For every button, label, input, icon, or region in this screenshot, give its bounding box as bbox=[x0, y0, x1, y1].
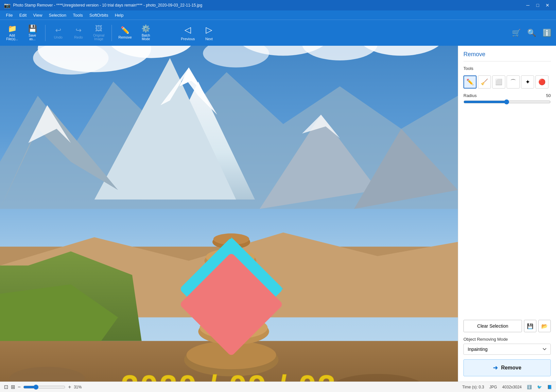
mode-select[interactable]: InpaintingContent-Aware FillColor Propag… bbox=[463, 344, 551, 355]
cart-icon[interactable]: 🛒 bbox=[510, 27, 523, 39]
info-icon[interactable]: ℹ️ bbox=[527, 385, 532, 389]
radius-label: Radius bbox=[463, 93, 477, 98]
batch-mode-button[interactable]: ⚙️ Batch Mode bbox=[136, 22, 155, 44]
menu-help[interactable]: Help bbox=[112, 11, 127, 19]
menu-selection[interactable]: Selection bbox=[45, 11, 69, 19]
mode-section-label: Object Removing Mode bbox=[463, 337, 551, 342]
radius-value: 50 bbox=[546, 93, 551, 98]
menu-file[interactable]: File bbox=[3, 11, 16, 19]
status-info: Time (s): 0.3 JPG 4032x3024 ℹ️ 🐦 📘 bbox=[462, 385, 552, 389]
brush-tool-button[interactable]: ✏️ bbox=[463, 75, 477, 89]
next-label: Next bbox=[205, 37, 213, 41]
canvas-area[interactable]: 2020 / 09 / 03 2020 / 09 / 03 bbox=[0, 46, 458, 382]
lasso-select-button[interactable]: ⌒ bbox=[507, 75, 520, 89]
svg-text:2020 / 09 / 03: 2020 / 09 / 03 bbox=[121, 368, 337, 382]
remove-button-label: Remove bbox=[501, 365, 521, 371]
stamp-button[interactable]: 🔴 bbox=[535, 75, 548, 89]
actual-size-button[interactable]: ⊞ bbox=[11, 384, 15, 390]
add-files-icon: 📁 bbox=[8, 25, 17, 32]
facebook-icon[interactable]: 📘 bbox=[547, 385, 552, 389]
menu-edit[interactable]: Edit bbox=[16, 11, 30, 19]
original-image-label: Original Image bbox=[93, 34, 104, 41]
search-icon[interactable]: 🔍 bbox=[525, 27, 538, 39]
batch-mode-icon: ⚙️ bbox=[141, 25, 150, 32]
info-icon[interactable]: ℹ️ bbox=[541, 27, 553, 39]
toolbar-separator-1 bbox=[45, 25, 45, 41]
time-info: Time (s): 0.3 bbox=[462, 385, 484, 389]
next-icon: ▷ bbox=[206, 25, 212, 35]
save-as-icon: 💾 bbox=[28, 25, 37, 32]
window-title: Photo Stamp Remover - ****Unregistered v… bbox=[13, 3, 202, 8]
status-bar: ⊡ ⊞ − + 31% Time (s): 0.3 JPG 4032x3024 … bbox=[0, 382, 556, 392]
batch-mode-label: Batch Mode bbox=[142, 34, 150, 41]
next-nav[interactable]: ▷ Next bbox=[201, 23, 217, 43]
zoom-level: 31% bbox=[74, 385, 82, 389]
eraser-tool-button[interactable]: 🧹 bbox=[478, 75, 491, 89]
original-image-button[interactable]: 🖼 Original Image bbox=[89, 22, 108, 44]
maximize-button[interactable]: □ bbox=[533, 1, 542, 10]
clear-selection-button[interactable]: Clear Selection bbox=[463, 320, 522, 332]
menu-bar: File Edit View Selection Tools SoftOrbit… bbox=[0, 10, 556, 20]
dimensions-info: 4032x3024 bbox=[502, 385, 522, 389]
redo-label: Redo bbox=[74, 35, 83, 39]
fit-to-window-button[interactable]: ⊡ bbox=[4, 384, 8, 390]
menu-view[interactable]: View bbox=[30, 11, 45, 19]
menu-softorbits[interactable]: SoftOrbits bbox=[86, 11, 112, 19]
original-image-icon: 🖼 bbox=[95, 25, 102, 32]
remove-tool-icon: ✏️ bbox=[121, 27, 130, 34]
remove-toolbar-button[interactable]: ✏️ Remove bbox=[115, 22, 135, 44]
save-selection-button[interactable]: 💾 bbox=[524, 320, 536, 332]
title-bar: 📷 Photo Stamp Remover - ****Unregistered… bbox=[0, 0, 556, 10]
format-info: JPG bbox=[489, 385, 497, 389]
undo-label: Undo bbox=[54, 35, 62, 39]
minimize-button[interactable]: ─ bbox=[523, 1, 532, 10]
redo-button[interactable]: ↪ Redo bbox=[69, 22, 88, 44]
mode-section: Object Removing Mode InpaintingContent-A… bbox=[463, 337, 551, 355]
zoom-controls: ⊡ ⊞ − + 31% bbox=[4, 384, 82, 390]
undo-button[interactable]: ↩ Undo bbox=[49, 22, 68, 44]
previous-label: Previous bbox=[181, 37, 195, 41]
tools-row: ✏️ 🧹 ⬜ ⌒ ✦ 🔴 bbox=[463, 75, 551, 89]
selection-row: Clear Selection 💾 📂 bbox=[463, 320, 551, 332]
remove-arrow-icon: ➜ bbox=[493, 364, 498, 371]
main-content: 2020 / 09 / 03 2020 / 09 / 03 Remove Too… bbox=[0, 46, 556, 382]
tools-section-label: Tools bbox=[463, 66, 551, 71]
toolbar: 📁 Add File(s)... 💾 Save as... ↩ Undo ↪ R… bbox=[0, 20, 556, 46]
remove-toolbar-label: Remove bbox=[118, 35, 132, 39]
previous-nav[interactable]: ◁ Previous bbox=[176, 23, 200, 43]
share-icon[interactable]: 🐦 bbox=[537, 385, 542, 389]
undo-icon: ↩ bbox=[55, 27, 61, 34]
load-selection-button[interactable]: 📂 bbox=[538, 320, 551, 332]
menu-tools[interactable]: Tools bbox=[70, 11, 86, 19]
panel-title: Remove bbox=[463, 51, 551, 61]
photo-canvas[interactable]: 2020 / 09 / 03 2020 / 09 / 03 bbox=[0, 46, 458, 382]
add-files-label: Add File(s)... bbox=[6, 34, 18, 41]
previous-icon: ◁ bbox=[184, 25, 191, 35]
zoom-slider[interactable] bbox=[23, 384, 65, 390]
close-button[interactable]: ✕ bbox=[543, 1, 552, 10]
zoom-out-button[interactable]: − bbox=[18, 384, 21, 390]
rect-select-button[interactable]: ⬜ bbox=[492, 75, 505, 89]
magic-wand-button[interactable]: ✦ bbox=[521, 75, 534, 89]
radius-slider[interactable] bbox=[463, 99, 551, 105]
redo-icon: ↪ bbox=[76, 27, 81, 34]
zoom-in-button[interactable]: + bbox=[68, 384, 71, 390]
save-as-button[interactable]: 💾 Save as... bbox=[23, 22, 42, 44]
app-icon: 📷 bbox=[4, 2, 10, 8]
toolbar-right-buttons: 🛒 🔍 ℹ️ bbox=[510, 27, 553, 39]
remove-button[interactable]: ➜ Remove bbox=[463, 359, 551, 376]
right-panel: Remove Tools ✏️ 🧹 ⬜ ⌒ ✦ 🔴 Radius 50 Clea… bbox=[458, 46, 556, 382]
toolbar-separator-2 bbox=[112, 25, 112, 41]
save-as-label: Save as... bbox=[29, 34, 36, 41]
add-files-button[interactable]: 📁 Add File(s)... bbox=[3, 22, 22, 44]
